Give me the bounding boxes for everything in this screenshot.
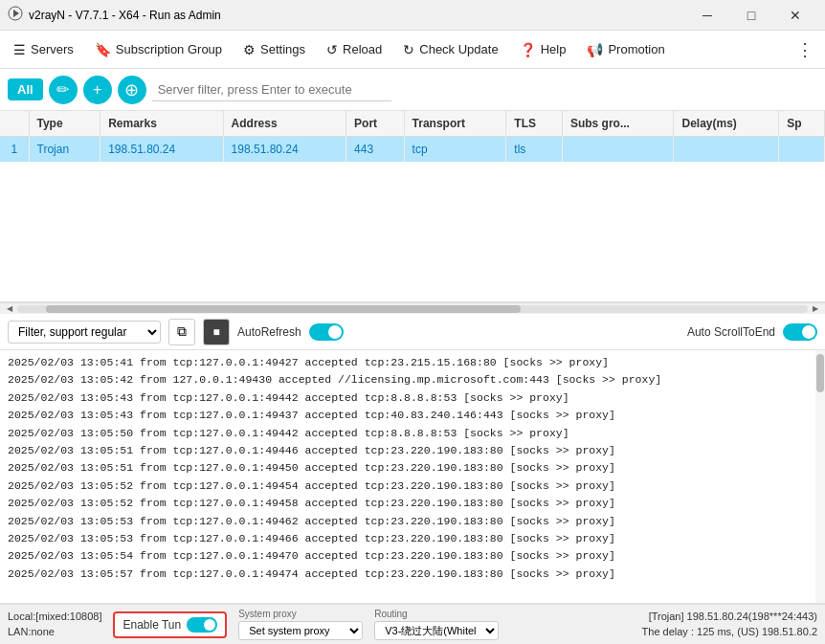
- log-line: 2025/02/03 13:05:50 from tcp:127.0.0.1:4…: [8, 425, 817, 442]
- minimize-button[interactable]: ─: [685, 0, 729, 31]
- log-controls: Filter, support regularInfoWarningError …: [0, 314, 825, 350]
- table-cell-0-5: tcp: [404, 137, 506, 163]
- log-scrollbar[interactable]: [815, 350, 825, 603]
- menu-label-settings: Settings: [260, 42, 305, 56]
- auto-scroll-label: Auto ScrollToEnd: [687, 325, 775, 339]
- menu-icon-servers: ☰: [13, 42, 26, 57]
- table-header: TypeRemarksAddressPortTransportTLSSubs g…: [0, 111, 825, 137]
- col-header-2: Remarks: [100, 111, 223, 137]
- log-filter-select[interactable]: Filter, support regularInfoWarningError: [8, 321, 161, 344]
- status-info-line1: [Trojan] 198.51.80.24(198***24:443): [642, 610, 817, 624]
- menu-item-reload[interactable]: ↺Reload: [317, 37, 391, 62]
- menu-item-servers[interactable]: ☰Servers: [4, 37, 83, 62]
- scroll-left-arrow[interactable]: ◀: [2, 303, 17, 315]
- table-cell-0-2: 198.51.80.24: [100, 137, 223, 163]
- server-filter-input[interactable]: [152, 78, 391, 101]
- system-proxy-section: System proxy Set system proxy: [238, 609, 363, 640]
- log-line: 2025/02/03 13:05:53 from tcp:127.0.0.1:4…: [8, 530, 817, 547]
- enable-tun-toggle[interactable]: [187, 617, 217, 633]
- menu-item-help[interactable]: ❓Help: [510, 37, 576, 62]
- edit-icon: ✏: [56, 80, 69, 99]
- local-address: Local:[mixed:10808]: [8, 610, 101, 624]
- scroll-right-arrow[interactable]: ▶: [808, 303, 823, 315]
- copy-log-button[interactable]: ⧉: [168, 319, 195, 345]
- title-bar: v2rayN - V7.7.1 - X64 - Run as Admin ─ □…: [0, 0, 825, 31]
- enable-tun-button[interactable]: Enable Tun: [113, 611, 227, 638]
- table-cell-0-6: tls: [506, 137, 563, 163]
- status-bar: Local:[mixed:10808] LAN:none Enable Tun …: [0, 604, 825, 644]
- window-controls: ─ □ ✕: [685, 0, 817, 31]
- log-line: 2025/02/03 13:05:57 from tcp:127.0.0.1:4…: [8, 566, 817, 583]
- table-body: 1Trojan198.51.80.24198.51.80.24443tcptls: [0, 137, 825, 163]
- log-scroll-thumb[interactable]: [816, 354, 824, 392]
- col-header-8: Delay(ms): [674, 111, 779, 137]
- lan-status: LAN:none: [8, 625, 101, 639]
- col-header-0: [0, 111, 29, 137]
- system-proxy-label: System proxy: [238, 609, 363, 619]
- routing-label: Routing: [374, 609, 499, 619]
- horizontal-scrollbar[interactable]: ◀ ▶: [0, 302, 825, 314]
- maximize-button[interactable]: □: [729, 0, 773, 31]
- more-menu-button[interactable]: ⋮: [789, 34, 821, 65]
- add-icon: +: [93, 81, 101, 99]
- menu-item-settings[interactable]: ⚙Settings: [234, 37, 315, 62]
- col-header-7: Subs gro...: [562, 111, 674, 137]
- log-line: 2025/02/03 13:05:42 from 127.0.0.1:49430…: [8, 371, 817, 389]
- auto-scroll-toggle-knob[interactable]: [783, 323, 817, 341]
- scroll-track[interactable]: [17, 305, 808, 313]
- menu-bar: ☰Servers🔖Subscription Group⚙Settings↺Rel…: [0, 31, 825, 69]
- auto-scroll-toggle[interactable]: [783, 323, 817, 341]
- routing-select[interactable]: V3-绕过大陆(Whitelist): [374, 621, 499, 640]
- menu-icon-help: ❓: [520, 42, 536, 57]
- routing-section: Routing V3-绕过大陆(Whitelist): [374, 609, 499, 640]
- menu-label-subscription-group: Subscription Group: [116, 42, 222, 56]
- log-lines: 2025/02/03 13:05:41 from tcp:127.0.0.1:4…: [8, 354, 817, 583]
- menu-item-check-update[interactable]: ↻Check Update: [393, 37, 507, 62]
- table-row[interactable]: 1Trojan198.51.80.24198.51.80.24443tcptls: [0, 137, 825, 163]
- scroll-thumb[interactable]: [46, 305, 521, 313]
- server-table: TypeRemarksAddressPortTransportTLSSubs g…: [0, 111, 825, 162]
- log-area: 2025/02/03 13:05:41 from tcp:127.0.0.1:4…: [0, 350, 825, 604]
- copy-icon: ⧉: [177, 323, 187, 340]
- close-button[interactable]: ✕: [773, 0, 817, 31]
- auto-refresh-toggle-knob[interactable]: [309, 323, 344, 341]
- clear-log-button[interactable]: ■: [203, 319, 230, 345]
- log-line: 2025/02/03 13:05:52 from tcp:127.0.0.1:4…: [8, 495, 817, 512]
- status-info: [Trojan] 198.51.80.24(198***24:443) The …: [642, 610, 817, 639]
- table-cell-0-1: Trojan: [29, 137, 100, 163]
- table-cell-0-4: 443: [346, 137, 405, 163]
- menu-item-subscription-group[interactable]: 🔖Subscription Group: [85, 37, 232, 62]
- table-cell-0-7: [562, 137, 674, 163]
- menu-icon-settings: ⚙: [243, 42, 256, 57]
- col-header-6: TLS: [506, 111, 563, 137]
- log-line: 2025/02/03 13:05:43 from tcp:127.0.0.1:4…: [8, 407, 817, 424]
- table-cell-0-0: 1: [0, 137, 29, 163]
- add-button[interactable]: +: [83, 76, 112, 104]
- col-header-4: Port: [346, 111, 405, 137]
- window-title: v2rayN - V7.7.1 - X64 - Run as Admin: [29, 9, 685, 22]
- col-header-5: Transport: [404, 111, 506, 137]
- log-line: 2025/02/03 13:05:51 from tcp:127.0.0.1:4…: [8, 442, 817, 459]
- menu-label-help: Help: [541, 42, 567, 56]
- log-line: 2025/02/03 13:05:52 from tcp:127.0.0.1:4…: [8, 477, 817, 495]
- server-table-container: TypeRemarksAddressPortTransportTLSSubs g…: [0, 111, 825, 302]
- menu-items: ☰Servers🔖Subscription Group⚙Settings↺Rel…: [4, 37, 787, 62]
- menu-icon-subscription-group: 🔖: [95, 42, 111, 57]
- menu-label-servers: Servers: [31, 42, 74, 56]
- svg-marker-1: [13, 10, 19, 17]
- status-info-line2: The delay : 125 ms, (US) 198.51.80.2: [642, 625, 817, 639]
- status-local: Local:[mixed:10808] LAN:none: [8, 610, 101, 639]
- all-button[interactable]: All: [8, 78, 43, 100]
- log-line: 2025/02/03 13:05:51 from tcp:127.0.0.1:4…: [8, 459, 817, 477]
- auto-refresh-toggle[interactable]: [309, 323, 344, 341]
- table-cell-0-9: [779, 137, 825, 163]
- edit-button[interactable]: ✏: [49, 76, 78, 104]
- col-header-3: Address: [223, 111, 346, 137]
- menu-item-promotion[interactable]: 📢Promotion: [577, 37, 674, 62]
- log-line: 2025/02/03 13:05:54 from tcp:127.0.0.1:4…: [8, 547, 817, 565]
- move-icon: ⊕: [124, 79, 139, 100]
- system-proxy-select[interactable]: Set system proxy: [238, 621, 363, 640]
- menu-label-promotion: Promotion: [608, 42, 664, 56]
- menu-icon-check-update: ↻: [403, 42, 414, 57]
- move-button[interactable]: ⊕: [118, 76, 146, 104]
